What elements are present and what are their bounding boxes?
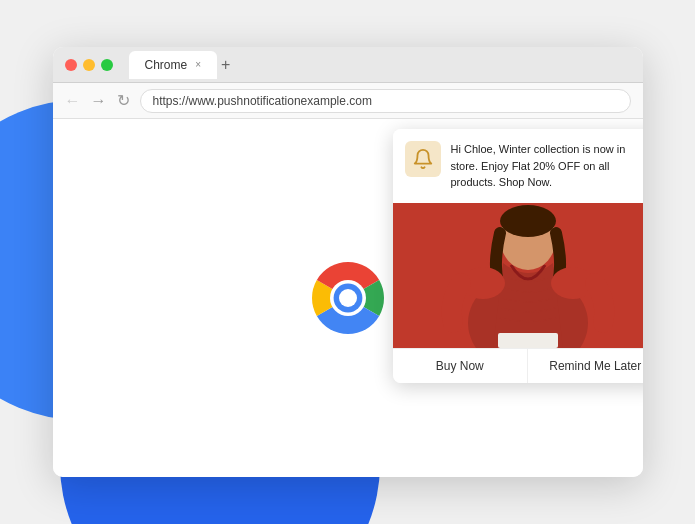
url-text: https://www.pushnotificationexample.com xyxy=(153,94,372,108)
tab-title: Chrome xyxy=(145,58,188,72)
notification-message: Hi Chloe, Winter collection is now in st… xyxy=(451,143,626,188)
notification-actions: Buy Now Remind Me Later xyxy=(393,348,643,383)
notification-text: Hi Chloe, Winter collection is now in st… xyxy=(451,141,643,191)
svg-point-2 xyxy=(339,289,357,307)
svg-rect-9 xyxy=(498,333,558,348)
forward-button[interactable]: → xyxy=(91,92,107,110)
maximize-button[interactable] xyxy=(101,59,113,71)
browser-content: Hi Chloe, Winter collection is now in st… xyxy=(53,119,643,477)
tab-close-icon[interactable]: × xyxy=(195,59,201,70)
buy-now-button[interactable]: Buy Now xyxy=(393,349,529,383)
url-bar[interactable]: https://www.pushnotificationexample.com xyxy=(140,89,631,113)
push-notification: Hi Chloe, Winter collection is now in st… xyxy=(393,129,643,383)
browser-window: Chrome × + ← → ↻ https://www.pushnotific… xyxy=(53,47,643,477)
notification-image xyxy=(393,203,643,348)
close-button[interactable] xyxy=(65,59,77,71)
notification-icon xyxy=(405,141,441,177)
new-tab-button[interactable]: + xyxy=(221,56,230,74)
traffic-lights xyxy=(65,59,113,71)
svg-point-6 xyxy=(500,205,556,237)
title-bar: Chrome × + xyxy=(53,47,643,83)
remind-later-button[interactable]: Remind Me Later xyxy=(528,349,643,383)
chrome-logo xyxy=(303,253,393,343)
browser-tab[interactable]: Chrome × xyxy=(129,51,218,79)
back-button[interactable]: ← xyxy=(65,92,81,110)
refresh-button[interactable]: ↻ xyxy=(117,91,130,110)
tab-area: Chrome × + xyxy=(129,51,631,79)
address-bar: ← → ↻ https://www.pushnotificationexampl… xyxy=(53,83,643,119)
notification-header: Hi Chloe, Winter collection is now in st… xyxy=(393,129,643,203)
minimize-button[interactable] xyxy=(83,59,95,71)
